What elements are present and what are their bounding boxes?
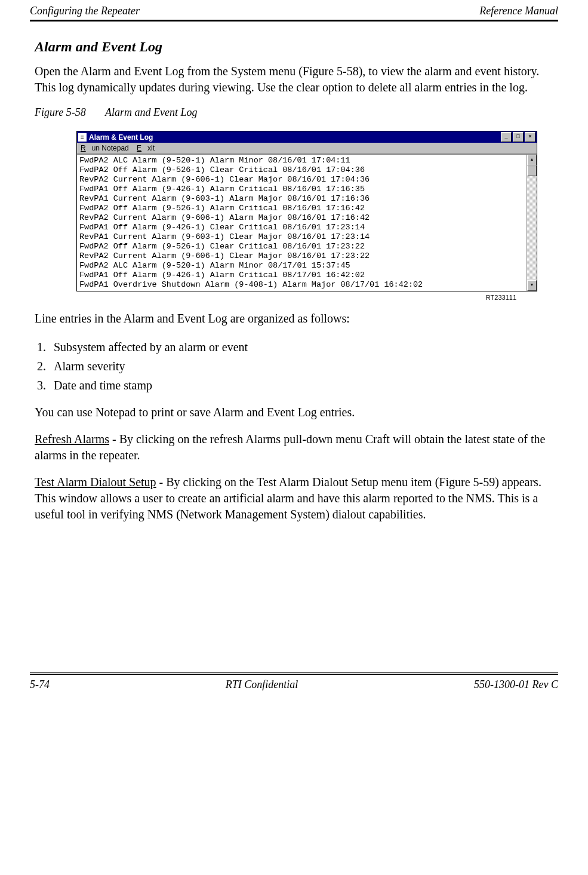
notepad-text: You can use Notepad to print or save Ala… (35, 404, 558, 420)
test-paragraph: Test Alarm Dialout Setup - By clicking o… (35, 474, 558, 523)
ordered-list: Subsystem affected by an alarm or event … (35, 337, 558, 395)
footer-right: 550-1300-01 Rev C (474, 678, 558, 691)
titlebar: ≡ Alarm & Event Log _ □ × (77, 131, 537, 143)
refresh-label: Refresh Alarms (35, 432, 109, 446)
header-rule-thick (30, 20, 558, 21)
figure-title: Alarm and Event Log (105, 106, 198, 118)
menu-run-notepad[interactable]: Run Notepad (81, 144, 129, 152)
footer-center: RTI Confidential (226, 678, 298, 691)
refresh-paragraph: Refresh Alarms - By clicking on the refr… (35, 431, 558, 463)
header-left: Configuring the Repeater (30, 5, 140, 17)
figure-caption: Figure 5-58 Alarm and Event Log (35, 106, 558, 119)
menubar: Run Notepad Exit (77, 143, 537, 154)
app-icon: ≡ (78, 133, 87, 142)
window: ≡ Alarm & Event Log _ □ × Run Notepad Ex… (76, 131, 537, 291)
log-body: FwdPA2 ALC Alarm (9-520-1) Alarm Minor 0… (77, 154, 537, 291)
list-item: Date and time stamp (49, 376, 558, 395)
refresh-text: - By clicking on the refresh Alarms pull… (35, 432, 545, 462)
list-item: Subsystem affected by an alarm or event (49, 337, 558, 357)
intro-paragraph: Open the Alarm and Event Log from the Sy… (35, 63, 558, 96)
scroll-thumb[interactable] (527, 165, 537, 176)
maximize-button[interactable]: □ (513, 132, 524, 142)
after-figure-text: Line entries in the Alarm and Event Log … (35, 311, 558, 327)
scroll-up-icon[interactable]: ▴ (527, 155, 537, 165)
scroll-down-icon[interactable]: ▾ (527, 280, 537, 291)
figure-number: Figure 5-58 (35, 106, 86, 118)
list-item: Alarm severity (49, 357, 558, 376)
log-text[interactable]: FwdPA2 ALC Alarm (9-520-1) Alarm Minor 0… (77, 155, 527, 291)
header-right: Reference Manual (479, 5, 558, 17)
minimize-button[interactable]: _ (501, 132, 512, 142)
window-title: Alarm & Event Log (89, 133, 501, 142)
footer-rule-thin (30, 672, 558, 673)
section-title: Alarm and Event Log (35, 39, 558, 55)
header-rule-thin (30, 22, 558, 22)
menu-exit[interactable]: Exit (137, 144, 155, 152)
close-button[interactable]: × (525, 132, 535, 142)
screenshot: ≡ Alarm & Event Log _ □ × Run Notepad Ex… (76, 131, 558, 291)
footer-left: 5-74 (30, 678, 50, 691)
figure-ref-label: RT233111 (35, 294, 516, 301)
scrollbar[interactable]: ▴ ▾ (527, 155, 537, 291)
test-label: Test Alarm Dialout Setup (35, 475, 156, 489)
scroll-track[interactable] (527, 176, 537, 280)
